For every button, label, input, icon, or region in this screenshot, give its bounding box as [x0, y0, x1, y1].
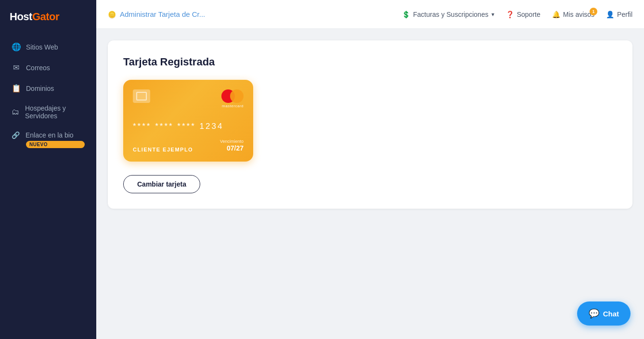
sidebar: HostGator 🌐 Sitios Web ✉ Correos 📋 Domin…: [0, 0, 96, 339]
card-number: **** **** **** 1234: [133, 122, 244, 131]
bell-icon: 🔔: [552, 11, 560, 18]
expiry-label: Vencimiento: [220, 139, 244, 144]
billing-icon: 💲: [402, 11, 410, 18]
mc-circle-orange: [230, 89, 244, 103]
chevron-down-icon: ▾: [491, 11, 494, 18]
sidebar-item-label: Dominios: [26, 85, 54, 92]
nav-item-perfil[interactable]: 👤 Perfil: [606, 11, 632, 18]
header-title-area: 🪙 Administrar Tarjeta de Cr...: [108, 10, 205, 18]
server-icon: 🗂: [12, 108, 19, 116]
sidebar-item-label: Correos: [26, 64, 50, 72]
nav-item-avisos[interactable]: 🔔 1 Mis avisos: [552, 11, 594, 18]
mail-icon: ✉: [12, 63, 20, 72]
header-nav: 💲 Facturas y Suscripciones ▾ ❓ Soporte 🔔…: [402, 11, 632, 18]
nav-label-perfil: Perfil: [617, 11, 632, 18]
card-expiry-block: Vencimiento 07/27: [220, 139, 244, 152]
credit-card-visual: mastercard **** **** **** 1234 CLIENTE E…: [123, 80, 253, 162]
user-icon: 👤: [606, 11, 614, 18]
domain-icon: 📋: [12, 84, 20, 93]
nav-label-soporte: Soporte: [517, 11, 541, 18]
page-title: Administrar Tarjeta de Cr...: [120, 10, 205, 18]
change-card-button[interactable]: Cambiar tarjeta: [123, 175, 200, 193]
notification-badge: 1: [590, 8, 597, 15]
section-title: Tarjeta Registrada: [123, 56, 617, 68]
chat-button[interactable]: 💬 Chat: [577, 301, 631, 326]
sidebar-nav: 🌐 Sitios Web ✉ Correos 📋 Dominios 🗂 Hosp…: [0, 34, 96, 157]
sidebar-item-sitios-web[interactable]: 🌐 Sitios Web: [6, 38, 90, 56]
sidebar-item-enlace-bio[interactable]: 🔗 Enlace en la bio NUEVO: [6, 126, 90, 153]
credit-card-icon: 🪙: [108, 11, 116, 18]
support-icon: ❓: [506, 11, 514, 18]
sidebar-item-label: Hospedajes y Servidores: [25, 104, 85, 120]
sidebar-item-label: Enlace en la bio: [26, 131, 74, 139]
expiry-value: 07/27: [227, 144, 244, 152]
chip-icon: [133, 89, 150, 103]
nuevo-badge: NUEVO: [26, 141, 85, 148]
content-area: Tarjeta Registrada mastercard **** **** …: [96, 29, 644, 339]
globe-icon: 🌐: [12, 42, 20, 51]
main-card: Tarjeta Registrada mastercard **** **** …: [108, 40, 632, 209]
sidebar-item-correos[interactable]: ✉ Correos: [6, 58, 90, 77]
nav-label-facturas: Facturas y Suscripciones: [413, 11, 488, 18]
card-holder-name: CLIENTE EJEMPLO: [133, 147, 193, 152]
chat-bubble-icon: 💬: [589, 308, 599, 319]
card-top-row: mastercard: [133, 89, 244, 108]
mastercard-label: mastercard: [222, 104, 244, 108]
logo: HostGator: [0, 0, 96, 34]
sidebar-item-dominios[interactable]: 📋 Dominios: [6, 79, 90, 98]
sidebar-item-label: Sitios Web: [26, 43, 58, 51]
header: 🪙 Administrar Tarjeta de Cr... 💲 Factura…: [96, 0, 644, 29]
link-icon: 🔗: [12, 131, 20, 139]
main-area: 🪙 Administrar Tarjeta de Cr... 💲 Factura…: [96, 0, 644, 339]
nav-item-soporte[interactable]: ❓ Soporte: [506, 11, 541, 18]
card-bottom-row: CLIENTE EJEMPLO Vencimiento 07/27: [133, 139, 244, 152]
nav-item-facturas[interactable]: 💲 Facturas y Suscripciones ▾: [402, 11, 494, 18]
mastercard-logo: mastercard: [221, 89, 244, 108]
sidebar-item-hospedajes[interactable]: 🗂 Hospedajes y Servidores: [6, 100, 90, 125]
chat-button-label: Chat: [603, 310, 619, 318]
